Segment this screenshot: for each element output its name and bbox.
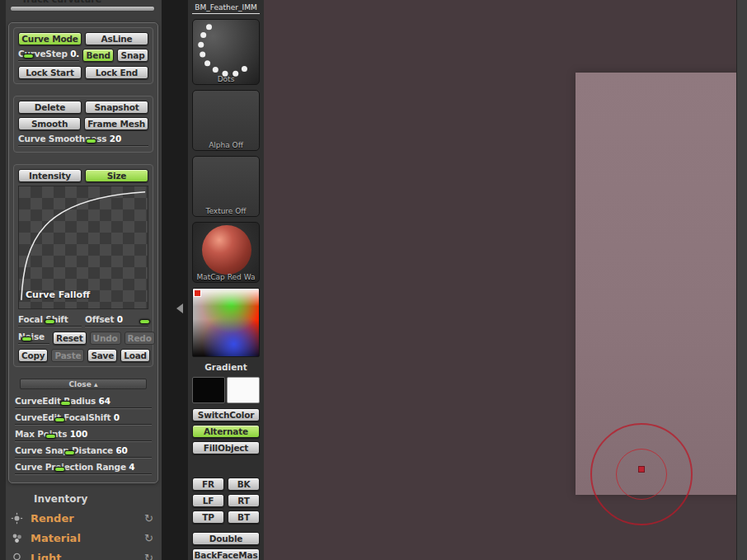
slider-thumb[interactable] xyxy=(86,139,96,144)
focal-shift-slider[interactable]: Focal Shift xyxy=(18,314,82,328)
inventory-item-render[interactable]: Render ↻ xyxy=(6,508,162,528)
clipped-slider[interactable]: Track curvature xyxy=(8,0,157,22)
close-subpalette-button[interactable]: Close ▴ xyxy=(20,379,147,389)
curve-smoothness-slider[interactable]: Curve Smoothness 20 xyxy=(18,134,148,148)
slider-track[interactable] xyxy=(18,343,49,345)
material-icon xyxy=(11,532,23,544)
slider-track[interactable] xyxy=(15,440,152,442)
slider-thumb[interactable] xyxy=(45,319,55,324)
curve-mode-group: Curve Mode AsLine CurveStep 0. Bend Snap… xyxy=(13,27,153,84)
secondary-color-swatch[interactable] xyxy=(227,377,260,403)
inventory-item-light[interactable]: Light ↻ xyxy=(6,548,162,560)
material-picker[interactable]: MatCap Red Wa xyxy=(192,222,260,283)
undo-button[interactable]: Undo xyxy=(90,332,121,345)
switch-color-button[interactable]: SwitchColor xyxy=(192,408,260,421)
slider-thumb[interactable] xyxy=(60,401,71,406)
falloff-curve xyxy=(19,186,148,303)
redo-button[interactable]: Redo xyxy=(124,332,155,345)
view-right-button[interactable]: RT xyxy=(228,494,260,507)
curve-falloff-editor[interactable]: Curve Falloff xyxy=(18,186,148,309)
active-brush-name[interactable]: BM_Feather_IMM xyxy=(192,3,260,14)
fill-object-button[interactable]: FillObject xyxy=(192,441,260,454)
clipped-slider-label: Track curvature xyxy=(21,0,101,5)
max-points-slider[interactable]: Max Points 100 xyxy=(15,429,152,443)
paste-button[interactable]: Paste xyxy=(51,349,84,362)
slider-thumb[interactable] xyxy=(139,319,150,324)
offset-value: 0 xyxy=(117,314,123,324)
curveedit-radius-slider[interactable]: CurveEdit Radius 64 xyxy=(15,396,152,410)
lock-start-button[interactable]: Lock Start xyxy=(18,66,82,79)
slider-thumb[interactable] xyxy=(54,467,65,472)
falloff-group: Intensity Size Curve Falloff Focal Shift xyxy=(13,164,153,367)
inventory-item-label: Material xyxy=(31,532,144,544)
stroke-picker[interactable]: Dots xyxy=(192,19,260,85)
slider-track[interactable] xyxy=(18,60,79,62)
canvas-document[interactable] xyxy=(576,73,747,495)
curve-snap-distance-slider[interactable]: Curve Snap Distance 60 xyxy=(15,445,152,459)
slider-thumb[interactable] xyxy=(21,336,32,341)
gradient-label[interactable]: Gradient xyxy=(192,362,260,372)
slider-track[interactable] xyxy=(15,457,152,459)
slider-thumb[interactable] xyxy=(54,417,65,422)
refresh-icon[interactable]: ↻ xyxy=(144,512,153,525)
slider-track[interactable] xyxy=(15,473,152,475)
save-button[interactable]: Save xyxy=(87,349,117,362)
inventory-title: Inventory xyxy=(34,493,162,505)
bend-button[interactable]: Bend xyxy=(82,49,114,62)
offset-slider[interactable]: Offset 0 xyxy=(85,314,148,328)
viewport-canvas[interactable] xyxy=(264,0,747,560)
curve-projection-range-slider[interactable]: Curve Projection Range 4 xyxy=(15,462,152,476)
copy-button[interactable]: Copy xyxy=(18,349,48,362)
left-panel: Track curvature Curve Mode AsLine CurveS… xyxy=(0,0,162,560)
load-button[interactable]: Load xyxy=(120,349,150,362)
alpha-picker[interactable]: Alpha Off xyxy=(192,90,260,151)
snapshot-button[interactable]: Snapshot xyxy=(85,101,148,114)
panel-divider xyxy=(162,0,188,560)
refresh-icon[interactable]: ↻ xyxy=(144,532,153,544)
refresh-icon[interactable]: ↻ xyxy=(144,552,153,560)
slider-track[interactable] xyxy=(15,424,152,426)
falloff-caption: Curve Falloff xyxy=(26,289,90,300)
intensity-button[interactable]: Intensity xyxy=(18,169,82,182)
view-back-button[interactable]: BK xyxy=(228,478,260,491)
view-bottom-button[interactable]: BT xyxy=(228,511,260,524)
double-button[interactable]: Double xyxy=(192,532,260,545)
main-color-swatch[interactable] xyxy=(192,377,225,403)
reset-button[interactable]: Reset xyxy=(53,332,87,345)
curveedit-focalshift-slider[interactable]: CurveEdit FocalShift 0 xyxy=(15,412,152,426)
slider-thumb[interactable] xyxy=(23,54,34,59)
slider-thumb[interactable] xyxy=(45,434,56,439)
texture-picker[interactable]: Texture Off xyxy=(192,156,260,217)
texture-picker-label: Texture Off xyxy=(193,207,259,215)
color-picker[interactable] xyxy=(192,288,260,357)
curve-edit-group: Delete Snapshot Smooth Frame Mesh Curve … xyxy=(13,96,153,153)
slider-track[interactable] xyxy=(85,326,148,327)
collapse-panel-arrow[interactable] xyxy=(176,304,183,313)
slider-track[interactable] xyxy=(18,145,148,147)
slider-track[interactable] xyxy=(18,326,82,327)
panel-scroll-gutter[interactable] xyxy=(0,0,6,560)
noise-slider[interactable]: Noise xyxy=(18,332,49,346)
inventory-item-material[interactable]: Material ↻ xyxy=(6,528,162,548)
frame-mesh-button[interactable]: Frame Mesh xyxy=(84,117,148,130)
view-front-button[interactable]: FR xyxy=(192,478,224,491)
curvestep-slider[interactable]: CurveStep 0. xyxy=(18,49,79,63)
view-top-button[interactable]: TP xyxy=(192,511,224,524)
delete-button[interactable]: Delete xyxy=(18,101,82,114)
asline-button[interactable]: AsLine xyxy=(85,32,148,45)
snap-button[interactable]: Snap xyxy=(117,49,148,62)
feather-model xyxy=(576,73,747,495)
size-button[interactable]: Size xyxy=(85,169,148,182)
curvestep-value: 0. xyxy=(70,49,79,59)
backface-mask-button[interactable]: BackFaceMas xyxy=(192,548,260,560)
material-picker-label: MatCap Red Wa xyxy=(193,273,259,281)
light-icon xyxy=(11,552,23,560)
lock-end-button[interactable]: Lock End xyxy=(85,66,148,79)
alternate-button[interactable]: Alternate xyxy=(192,425,260,438)
clipped-slider-bar[interactable] xyxy=(10,6,155,12)
slider-track[interactable] xyxy=(15,407,152,409)
slider-thumb[interactable] xyxy=(64,450,75,455)
curve-mode-button[interactable]: Curve Mode xyxy=(18,32,82,45)
smooth-button[interactable]: Smooth xyxy=(18,117,81,130)
view-left-button[interactable]: LF xyxy=(192,494,224,507)
